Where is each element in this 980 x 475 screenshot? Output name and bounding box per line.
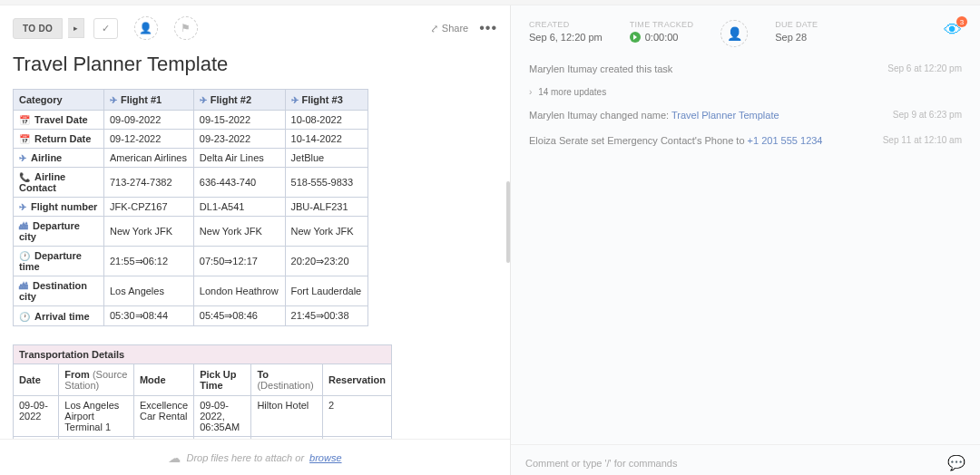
table-row: 🏙Departure cityNew York JFKNew York JFKN… [14,217,368,247]
col-category: Category [14,90,104,111]
meta-time-tracked[interactable]: TIME TRACKED 0:00:00 [630,20,693,43]
assignee-add-icon[interactable]: 👤 [134,16,158,40]
flights-table: Category ✈Flight #1 ✈Flight #2 ✈Flight #… [13,89,368,326]
scrollbar[interactable] [506,181,510,263]
col-flight2: ✈Flight #2 [193,90,285,111]
col-flight1: ✈Flight #1 [104,90,194,111]
col-to: To (Destination) [251,364,323,396]
cloud-upload-icon: ☁ [168,451,181,465]
table-row: ✈AirlineAmerican AirlinesDelta Air Lines… [14,149,368,168]
browse-link[interactable]: browse [309,452,341,463]
meta-due-date[interactable]: DUE DATE Sep 28 [775,20,818,43]
assignee-avatar-placeholder[interactable]: 👤 [720,20,748,47]
watchers-button[interactable]: 👁 3 [944,20,962,41]
priority-flag-icon[interactable]: ⚑ [174,16,198,40]
col-from: From (Source Station) [59,364,134,396]
dropzone-text: Drop files here to attach or [186,452,304,463]
meta-created: CREATED Sep 6, 12:20 pm [529,20,603,43]
share-icon: ⤤ [430,23,438,34]
activity-item: Eloiza Serate set Emergency Contact's Ph… [529,128,962,153]
play-icon[interactable] [630,32,641,43]
status-button[interactable]: TO DO [13,18,63,39]
table-row: 09-09-2022Los Angeles Airport Terminal 1… [14,396,392,437]
expand-updates-button[interactable]: › 14 more updates [529,82,962,102]
table-row: ✈Flight numberJFK-CPZ167DL1-A541JBU-ALF2… [14,198,368,217]
col-mode: Mode [133,364,193,396]
attachment-dropzone[interactable]: ☁ Drop files here to attach or browse [0,439,510,475]
complete-check-button[interactable]: ✓ [93,18,118,39]
table-row: 🕐Departure time21:55⇒06:1207:50⇒12:1720:… [14,247,368,276]
comment-input-bar[interactable]: Comment or type '/' for commands 💬 [511,444,980,475]
table-row: 📅Return Date09-12-202209-23-202210-14-20… [14,130,368,149]
activity-item: Marylen Itumay changed name: Travel Plan… [529,102,962,128]
col-reservation: Reservation [323,364,392,396]
transportation-table: Transportation Details Date From (Source… [13,344,392,439]
activity-feed: Marylen Itumay created this task Sep 6 a… [511,56,980,153]
col-date: Date [14,364,59,396]
col-pickup: Pick Up Time [194,364,251,396]
trans-title: Transportation Details [14,345,392,364]
task-meta-header: CREATED Sep 6, 12:20 pm TIME TRACKED 0:0… [511,5,980,56]
task-toolbar: TO DO ▸ ✓ 👤 ⚑ ⤤ Share ••• [0,5,510,51]
phone-link[interactable]: +1 201 555 1234 [748,135,823,146]
table-row: 🏙Destination cityLos AngelesLondon Heath… [14,276,368,306]
comment-bubble-icon[interactable]: 💬 [947,454,965,471]
table-row: 📞Airline Contact713-274-7382636-443-7405… [14,168,368,198]
share-button[interactable]: ⤤ Share [430,23,468,34]
task-name-link[interactable]: Travel Planner Template [671,110,779,121]
more-menu-icon[interactable]: ••• [479,20,497,36]
comment-placeholder: Comment or type '/' for commands [525,458,677,469]
share-label: Share [442,23,468,34]
activity-item: Marylen Itumay created this task Sep 6 a… [529,56,962,82]
watch-count-badge: 3 [956,16,967,27]
status-next-button[interactable]: ▸ [68,18,84,38]
chevron-right-icon: › [529,87,532,97]
task-title[interactable]: Travel Planner Template [13,53,497,76]
col-flight3: ✈Flight #3 [285,90,368,111]
table-row: 📅Travel Date09-09-202209-15-202210-08-20… [14,111,368,130]
table-row: 🕐Arrival time05:30⇒08:4405:45⇒08:4621:45… [14,306,368,326]
